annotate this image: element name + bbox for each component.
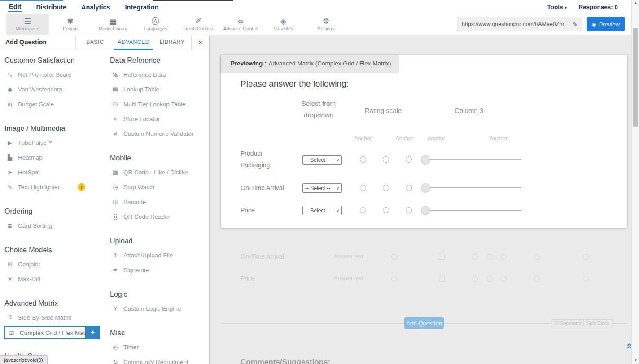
question-type-conjoint[interactable]: ⊞Conjoint [4,257,107,272]
add-selected-question-button[interactable]: + [86,326,100,339]
hotspot-cursor-icon: ➤ [4,169,15,176]
question-type-label: Conjoint [18,261,40,268]
net-promoter-score-icon: ⁰₅ [4,71,15,78]
scrollbar-thumb[interactable] [633,28,638,127]
faded-radio-button [534,276,540,282]
question-type-multi-tier-lookup-table[interactable]: ⊟Multi Tier Lookup Table [110,97,210,112]
tab-basic[interactable]: BASIC [75,35,114,50]
top-accent-line [0,0,63,1]
question-type-lookup-table[interactable]: ▤Lookup Table [110,82,210,97]
section-ordering: Ordering≣Card Sorting [4,201,107,233]
responses-count[interactable]: Responses: 0 [578,4,618,10]
media-library-icon: ▦ [109,17,116,26]
toolbar-item-settings[interactable]: ⚙Settings [305,14,347,35]
select-caret-icon: ∨ [336,158,339,162]
variables-tag-icon: ◈ [280,17,286,26]
add-question-button[interactable]: Add Question [404,317,444,329]
top-accent-line-dark [153,0,233,1]
question-type-hotspot[interactable]: ➤HotSpot [4,165,107,180]
toolbar-item-workspace[interactable]: ☰Workspace [6,14,49,35]
tab-library[interactable]: LIBRARY [153,35,191,50]
topnav-right: Tools ▾ Responses: 0 [547,0,618,13]
toolbar-item-design[interactable]: ✾Design [49,14,92,35]
question-type-text-highlighter[interactable]: ✎Text Highlighter! [4,180,107,195]
question-type-complex-grid-flex-matrix[interactable]: ⊡Complex Grid / Flex Matrix [4,326,86,339]
scrollbar-down-arrow[interactable]: ▼ [632,358,639,362]
toolbar-item-media-library[interactable]: ▦Media Library [92,14,134,35]
section-heading: Data Reference [110,50,210,67]
toolbar-item-variables[interactable]: ◈Variables [262,14,305,35]
question-type-van-westendorp[interactable]: ◆Van Westendorp [4,82,107,97]
rating-radio-button[interactable] [383,207,389,213]
edit-url-pencil-icon[interactable]: ✎ [569,21,582,28]
nav-tab-integration[interactable]: Integration [124,2,160,12]
panel-body: Customer Satisfaction⁰₅Net Promoter Scor… [0,50,210,364]
question-type-label: QR Code - Like / Dislike [123,169,188,176]
section-customer-satisfaction: Customer Satisfaction⁰₅Net Promoter Scor… [4,50,107,112]
question-type-signature[interactable]: ✒Signature [110,263,210,277]
question-type-qr-code-like-dislike[interactable]: ▩QR Code - Like / Dislike [110,165,210,180]
preview-button[interactable]: ◉ Preview [587,17,625,31]
rating-radio-button[interactable] [406,156,412,163]
question-type-custom-logic-engine[interactable]: YCustom Logic Engine [110,301,210,316]
matrix-dropdown-select[interactable]: -- Select --∨ [302,206,342,215]
anchor-label: Anchor [420,135,452,142]
question-type-tubepulse[interactable]: ▶TubePulse™ [4,135,107,150]
separator-toggle-button[interactable]: ☑ Separator [551,319,585,327]
matrix-dropdown-select[interactable]: -- Select --∨ [302,155,342,165]
previewing-question-type: Advanced Matrix (Complex Grid / Flex Mat… [269,60,391,67]
section-heading: Ordering [4,201,107,218]
slider-handle[interactable] [421,206,430,215]
matrix-dropdown-select[interactable]: -- Select --∨ [302,183,342,193]
rating-radio-button[interactable] [406,185,412,191]
close-icon: ✕ [198,39,202,46]
question-type-label: Card Sorting [18,222,52,229]
section-heading: Mobile [110,148,210,165]
question-type-max-diff[interactable]: ✕Max-Diff [4,272,107,286]
rating-radio-button[interactable] [360,156,366,163]
tools-dropdown[interactable]: Tools ▾ [547,4,567,10]
nav-tab-analytics[interactable]: Analytics [80,2,111,12]
question-type-store-locator[interactable]: ⌖Store Locator [110,112,210,126]
slider-handle[interactable] [421,183,430,192]
survey-url-input[interactable] [457,17,569,31]
toolbar-item-advance-quotas[interactable]: ∞Advance Quotas [219,14,262,35]
rating-radio-button[interactable] [383,185,389,191]
question-type-timer[interactable]: ◴Timer [110,340,210,355]
rating-radio-button[interactable] [360,185,366,191]
scrollbar-up-arrow[interactable]: ▲ [632,1,639,5]
question-type-heatmap[interactable]: ▙Heatmap [4,150,107,165]
matrix-row-label: On-Time Arrival [241,182,288,194]
rating-radio-button[interactable] [406,207,412,213]
toolbar-item-languages[interactable]: ⒶLanguages [134,14,177,35]
question-preview-card: Previewing : Advanced Matrix (Complex Gr… [221,55,627,228]
custom-numeric-validator-icon: # [110,130,121,137]
slider-handle[interactable] [421,155,430,164]
close-panel-button[interactable]: ✕ [191,35,209,50]
question-type-card-sorting[interactable]: ≣Card Sorting [4,218,107,233]
tab-advanced[interactable]: ADVANCED [114,35,153,50]
question-type-custom-numeric-validator[interactable]: #Custom Numeric Validator [110,126,210,141]
question-type-budget-scale[interactable]: ılıBudget Scale [4,97,107,112]
question-type-attach-upload-file[interactable]: ↥Attach/Upload File [110,248,210,263]
rating-radio-button[interactable] [383,156,389,163]
split-block-button[interactable]: Split Block [583,319,613,327]
rating-radio-button[interactable] [360,207,366,213]
question-type-label: Net Promoter Score [18,71,71,78]
nav-tab-distribute[interactable]: Distribute [35,2,67,12]
question-type-side-by-side-matrix[interactable]: ⠿Side-By-Side Matrix [4,310,107,325]
question-type-label: Custom Logic Engine [123,305,181,312]
heatmap-icon: ▙ [4,154,15,161]
question-type-community-recruitment[interactable]: ↻Community Recruitment [110,355,210,364]
question-type-stop-watch[interactable]: ◷Stop Watch [110,180,210,195]
faded-radio-button [391,276,397,282]
question-type-barcode[interactable]: ‖|‖Barcode [110,195,210,209]
question-type-qr-code-reader[interactable]: ⣿QR Code Reader [110,209,210,224]
toolbar-item-finish-options[interactable]: ✐Finish Options [177,14,219,35]
scroll-to-top-icon[interactable]: « [626,343,631,349]
section-heading: Upload [110,231,210,248]
nav-tab-edit[interactable]: Edit [8,1,22,12]
workspace-icon: ☰ [24,17,31,26]
question-type-reference-data[interactable]: №Reference Data [110,67,210,82]
question-type-net-promoter-score[interactable]: ⁰₅Net Promoter Score [4,67,107,82]
